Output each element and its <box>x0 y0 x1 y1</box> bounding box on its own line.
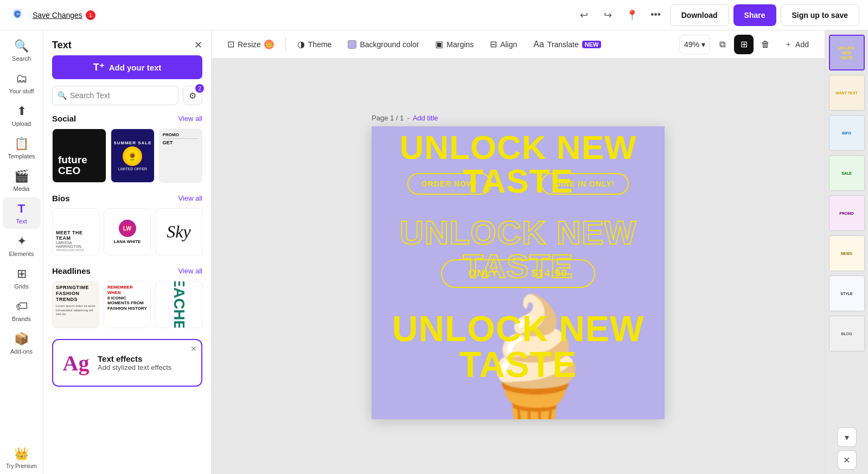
grid-view-btn[interactable]: ⊞ <box>734 35 754 54</box>
premium-icon: 👑 <box>14 447 29 461</box>
text-effects-promo[interactable]: ✕ Ag Text effects Add stylized text effe… <box>52 339 202 387</box>
thumb-card-4[interactable]: SALE <box>829 155 865 191</box>
text-panel-close-btn[interactable]: ✕ <box>194 39 202 51</box>
search-icon-small: 🔍 <box>58 91 67 100</box>
share-btn[interactable]: Share <box>733 4 776 26</box>
upload-icon: ⬆ <box>17 104 27 118</box>
add-btn[interactable]: ＋ Add <box>777 35 816 54</box>
headlines-view-all[interactable]: View all <box>178 267 202 275</box>
thumb-mini-7: STYLE <box>840 292 853 296</box>
sidebar-item-your-stuff[interactable]: 🗂 Your stuff <box>3 67 41 99</box>
headlines-card-1[interactable]: SPRINGTIME FASHION TRENDS Lorem ipsum do… <box>52 281 99 328</box>
delete-btn[interactable]: 🗑 <box>756 35 775 54</box>
elements-icon: ✦ <box>17 234 27 248</box>
brands-icon: 🏷 <box>16 299 28 313</box>
margins-btn[interactable]: ▣ Margins <box>428 35 481 54</box>
social-card-1[interactable]: futureCEO <box>52 129 106 183</box>
bios-card-2[interactable]: LW LANA WHITE <box>104 208 151 255</box>
zoom-chevron: ▾ <box>701 40 705 49</box>
thumb-card-7[interactable]: STYLE <box>829 276 865 311</box>
text-effects-icon: Ag <box>61 348 91 378</box>
location-btn[interactable]: 📍 <box>622 5 642 25</box>
more-btn[interactable]: ••• <box>646 5 666 25</box>
theme-btn[interactable]: ◑ Theme <box>290 35 339 54</box>
sidebar-item-templates[interactable]: 📋 Templates <box>3 132 41 164</box>
translate-icon: Aa <box>533 40 544 49</box>
sidebar-item-search[interactable]: 🔍 Search <box>3 35 41 66</box>
sidebar-item-addons[interactable]: 📦 Add-ons <box>3 328 41 359</box>
remember-inner: REMEMBER WHEN 8 ICONIC MOMENTS FROM FASH… <box>104 281 150 328</box>
thumb-card-8[interactable]: BLOG <box>829 316 865 351</box>
resize-btn[interactable]: ⊡ Resize 👑 <box>220 35 281 54</box>
main-area: 🔍 Search 🗂 Your stuff ⬆ Upload 📋 Templat… <box>0 30 868 474</box>
bios-card-3[interactable]: Sky <box>155 208 202 255</box>
topbar-icons: ↩ ↪ 📍 ••• Download Share Sign up to save <box>575 4 859 26</box>
canvas-wrapper: ⊡ Resize 👑 ◑ Theme Background color ▣ Ma… <box>212 30 825 474</box>
close-panel-btn[interactable]: ✕ <box>837 450 857 470</box>
text-effects-close-btn[interactable]: ✕ <box>190 344 197 353</box>
translate-btn[interactable]: Aa Translate NEW <box>526 35 608 54</box>
align-btn[interactable]: ⊟ Align <box>483 35 524 54</box>
sidebar-item-media[interactable]: 🎬 Media <box>3 165 41 196</box>
canvas-area[interactable]: Page 1 / 1 - Add title UNLOCK NEW TASTE … <box>212 59 825 474</box>
headlines-card-2[interactable]: REMEMBER WHEN 8 ICONIC MOMENTS FROM FASH… <box>104 281 151 328</box>
page-label: Page 1 / 1 - Add title <box>372 114 665 122</box>
download-btn[interactable]: Download <box>670 4 729 26</box>
sidebar-item-elements[interactable]: ✦ Elements <box>3 230 41 261</box>
thumb-card-1[interactable]: UNLOCK NEW TASTE <box>829 35 865 71</box>
toolbar: ⊡ Resize 👑 ◑ Theme Background color ▣ Ma… <box>212 30 825 59</box>
sidebar-item-text[interactable]: T Text <box>3 197 41 229</box>
filter-btn[interactable]: ⚙ 2 <box>183 86 202 105</box>
search-input-wrap: 🔍 <box>52 86 178 105</box>
card-promo-inner: PROMO GET <box>159 129 202 182</box>
bios-card-1[interactable]: MEET THE TEAM LARISSA HARRINGTON PRODUCE… <box>52 208 99 255</box>
thumb-mini-8: BLOG <box>841 332 852 336</box>
lana-avatar: LW <box>119 220 136 237</box>
sidebar-item-upload[interactable]: ⬆ Upload <box>3 100 41 131</box>
theme-icon: ◑ <box>297 39 305 49</box>
save-changes-btn[interactable]: Save Changes 1 <box>33 10 95 20</box>
svg-text:C: C <box>15 10 20 18</box>
text-panel-title: Text <box>52 40 72 51</box>
toolbar-sep-1 <box>285 38 286 51</box>
templates-icon: 📋 <box>14 137 29 151</box>
spring-inner: SPRINGTIME FASHION TRENDS Lorem ipsum do… <box>53 281 99 328</box>
add-text-btn[interactable]: T⁺ Add your text <box>52 55 202 79</box>
undo-btn[interactable]: ↩ <box>575 5 594 25</box>
social-title: Social <box>52 114 76 123</box>
thumb-card-3[interactable]: INFO <box>829 115 865 151</box>
signup-btn[interactable]: Sign up to save <box>781 4 859 26</box>
teacher-inner: TEACHER <box>156 281 202 328</box>
bios-cards: MEET THE TEAM LARISSA HARRINGTON PRODUCE… <box>52 208 202 255</box>
thumb-mini-6: NEWS <box>841 252 852 255</box>
thumb-mini-5: PROMO <box>839 212 853 215</box>
scroll-down-btn[interactable]: ▾ <box>837 427 857 447</box>
thumb-card-5[interactable]: PROMO <box>829 195 865 231</box>
zoom-control[interactable]: 49% ▾ <box>679 35 710 54</box>
headlines-card-3[interactable]: TEACHER <box>155 281 202 328</box>
add-title-btn[interactable]: Add title <box>413 114 438 122</box>
bg-color-btn[interactable]: Background color <box>341 35 426 54</box>
text-panel: Text ✕ T⁺ Add your text 🔍 ⚙ 2 Social <box>43 30 212 474</box>
social-card-3[interactable]: PROMO GET <box>159 129 202 183</box>
canva-logo: C <box>9 5 26 25</box>
social-view-all[interactable]: View all <box>178 114 202 123</box>
card-future-ceo-text: futureCEO <box>58 155 87 177</box>
redo-btn[interactable]: ↪ <box>598 5 618 25</box>
bios-view-all[interactable]: View all <box>178 194 202 202</box>
headlines-section-header: Headlines View all <box>52 266 202 276</box>
social-card-2[interactable]: SUMMER SALE 🌻 LIMITED OFFER <box>111 129 154 183</box>
sidebar-item-try-premium[interactable]: 👑 Try Premium <box>3 443 41 474</box>
canvas-container: Page 1 / 1 - Add title UNLOCK NEW TASTE … <box>372 114 665 419</box>
search-text-input[interactable] <box>52 86 178 105</box>
page-layers-btn[interactable]: ⧉ <box>712 35 732 54</box>
thumb-card-2[interactable]: WANT TEXT <box>829 75 865 111</box>
sidebar-item-brands[interactable]: 🏷 Brands <box>3 295 41 326</box>
lana-inner: LW LANA WHITE <box>104 209 150 255</box>
sunflower-graphic: 🌻 <box>123 146 142 166</box>
thumb-card-6[interactable]: NEWS <box>829 235 865 271</box>
card-summer-inner: SUMMER SALE 🌻 LIMITED OFFER <box>111 129 154 182</box>
thumb-mini-3: INFO <box>842 131 851 135</box>
text-panel-body: T⁺ Add your text 🔍 ⚙ 2 Social View all <box>43 55 211 474</box>
sidebar-item-grids[interactable]: ⊞ Grids <box>3 262 41 294</box>
